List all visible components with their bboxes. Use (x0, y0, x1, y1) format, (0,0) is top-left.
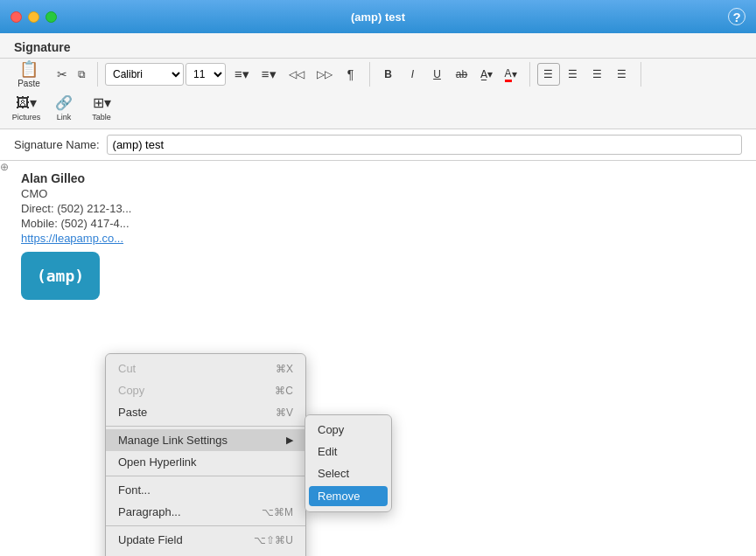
cm-cut[interactable]: Cut ⌘X (106, 358, 305, 379)
paste-icon: 📋 (19, 61, 38, 77)
font-family-select[interactable]: Calibri (105, 63, 184, 86)
cm-cut-shortcut: ⌘X (276, 363, 293, 375)
cm-cut-label: Cut (118, 362, 136, 375)
maximize-button[interactable] (46, 11, 57, 23)
cm-update-field-shortcut: ⌥⇧⌘U (254, 534, 293, 546)
insert-group: 🖼▾ Pictures 🔗 Link ⊞▾ Table (7, 90, 121, 125)
signature-content: Alan Gilleo CMO Direct: (502) 212-13... … (21, 171, 742, 300)
font-size-select[interactable]: 11 (186, 63, 226, 86)
copy-clipboard-button[interactable]: ⧉ (74, 65, 90, 84)
paragraph-mark-button[interactable]: ¶ (340, 63, 362, 86)
align-group: ☰ ☰ ☰ ☰ (537, 63, 634, 86)
sm-select[interactable]: Select (305, 462, 391, 484)
highlight-icon: A̲▾ (480, 68, 493, 80)
separator-3 (529, 62, 530, 87)
cm-sep-3 (106, 525, 305, 526)
separator-2 (369, 62, 370, 87)
cm-sep-2 (106, 476, 305, 476)
underline-button[interactable]: U (426, 63, 449, 86)
signature-name-label: Signature Name: (14, 138, 100, 151)
highlight-button[interactable]: A̲▾ (475, 63, 498, 86)
justify-button[interactable]: ☰ (611, 63, 634, 86)
cm-paste-shortcut: ⌘V (276, 407, 293, 419)
sm-copy[interactable]: Copy (305, 419, 391, 441)
close-button[interactable] (10, 11, 22, 23)
help-button[interactable]: ? (728, 8, 746, 25)
sm-edit[interactable]: Edit (305, 441, 391, 462)
table-button[interactable]: ⊞▾ Table (82, 90, 121, 125)
context-menu: Cut ⌘X Copy ⌘C Paste ⌘V Manage Link Sett… (105, 353, 306, 556)
submenu-wrapper: Copy Edit Select Remove (304, 414, 392, 512)
title-bar: (amp) test ? (0, 0, 756, 33)
toolbar: 📋 Paste ✂ ⧉ Calibri 11 ≡▾ ≡▾ ◁◁ ▷▷ ¶ (0, 59, 756, 129)
cm-paste-label: Paste (118, 406, 147, 419)
cm-copy[interactable]: Copy ⌘C (106, 379, 305, 401)
font-group: Calibri 11 (105, 63, 226, 86)
cm-paragraph[interactable]: Paragraph... ⌥⌘M (106, 501, 305, 523)
align-left-button[interactable]: ☰ (537, 63, 560, 86)
window-title: (amp) test (351, 10, 405, 24)
cm-open-hyperlink-label: Open Hyperlink (118, 455, 197, 469)
app-header: Signature (0, 33, 756, 59)
paste-button[interactable]: 📋 Paste (7, 63, 51, 86)
cm-paste[interactable]: Paste ⌘V (106, 401, 305, 423)
cm-sep-1 (106, 426, 305, 427)
main-area: Signature 📋 Paste ✂ ⧉ Calibri 11 ≡▾ ≡▾ (0, 33, 756, 556)
pictures-icon: 🖼▾ (16, 94, 37, 111)
sig-direct: Direct: (502) 212-13... (21, 202, 742, 215)
sm-remove[interactable]: Remove (309, 486, 388, 506)
cm-paragraph-label: Paragraph... (118, 505, 181, 518)
sig-website[interactable]: https://leapamp.co... (21, 232, 742, 245)
content-area: ⊕ Alan Gilleo CMO Direct: (502) 212-13..… (0, 161, 756, 556)
amp-logo: (amp) (21, 252, 100, 300)
section-title: Signature (14, 40, 71, 54)
align-right-button[interactable]: ☰ (586, 63, 609, 86)
list-group: ≡▾ ≡▾ ◁◁ ▷▷ ¶ (229, 63, 362, 86)
separator-1 (97, 62, 98, 87)
cm-copy-shortcut: ⌘C (275, 385, 293, 397)
table-label: Table (92, 113, 111, 122)
pictures-button[interactable]: 🖼▾ Pictures (7, 90, 46, 125)
font-color-icon: A (505, 67, 512, 82)
decrease-indent-button[interactable]: ◁◁ (284, 63, 310, 86)
increase-indent-button[interactable]: ▷▷ (312, 63, 338, 86)
link-button[interactable]: 🔗 Link (47, 90, 80, 125)
paste-group: 📋 Paste ✂ ⧉ (7, 63, 90, 86)
bold-button[interactable]: B (377, 63, 400, 86)
font-color-button[interactable]: A▾ (500, 63, 522, 86)
link-label: Link (57, 113, 72, 122)
cm-font[interactable]: Font... (106, 479, 305, 501)
sig-person-title: CMO (21, 187, 742, 200)
cm-update-field-label: Update Field (118, 533, 183, 546)
paste-label: Paste (18, 79, 40, 88)
minimize-button[interactable] (28, 11, 39, 23)
cm-open-hyperlink[interactable]: Open Hyperlink (106, 451, 305, 473)
context-menu-wrapper: Cut ⌘X Copy ⌘C Paste ⌘V Manage Link Sett… (105, 353, 306, 556)
numbered-list-button[interactable]: ≡▾ (256, 63, 282, 86)
clipboard-button[interactable]: ✂ (52, 65, 72, 84)
signature-name-row: Signature Name: (0, 129, 756, 161)
signature-name-input[interactable] (107, 135, 742, 155)
cm-toggle-field[interactable]: Toggle Field Codes (106, 551, 305, 556)
format-group: B I U ab A̲▾ A▾ (377, 63, 522, 86)
table-icon: ⊞▾ (93, 94, 111, 111)
traffic-lights (10, 11, 57, 23)
separator-4 (640, 62, 641, 87)
resize-handle[interactable]: ⊕ (0, 161, 9, 173)
link-icon: 🔗 (55, 94, 73, 111)
cm-manage-link[interactable]: Manage Link Settings ▶ (106, 429, 305, 451)
cm-paragraph-shortcut: ⌥⌘M (262, 506, 293, 518)
cm-update-field[interactable]: Update Field ⌥⇧⌘U (106, 529, 305, 551)
bullet-list-button[interactable]: ≡▾ (229, 63, 255, 86)
cm-manage-link-label: Manage Link Settings (118, 434, 228, 447)
cm-copy-label: Copy (118, 384, 144, 397)
pictures-label: Pictures (12, 113, 41, 122)
cm-manage-link-arrow: ▶ (286, 434, 293, 446)
sig-person-name: Alan Gilleo (21, 171, 742, 185)
submenu: Copy Edit Select Remove (304, 414, 392, 512)
italic-button[interactable]: I (402, 63, 424, 86)
align-center-button[interactable]: ☰ (562, 63, 584, 86)
strikethrough-button[interactable]: ab (451, 63, 473, 86)
cm-font-label: Font... (118, 483, 150, 497)
sig-mobile: Mobile: (502) 417-4... (21, 217, 742, 230)
